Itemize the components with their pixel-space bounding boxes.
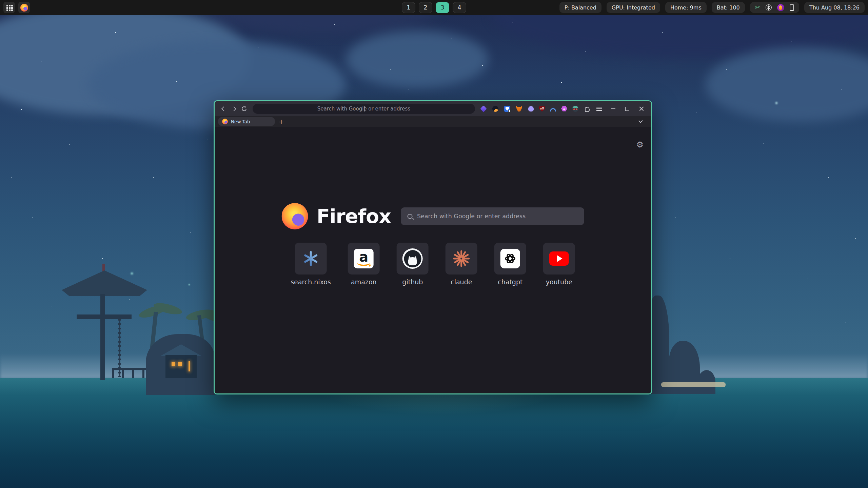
firefox-wordmark: Firefox: [317, 205, 391, 227]
list-all-tabs-button[interactable]: [637, 118, 644, 125]
hamburger-menu-icon[interactable]: [595, 105, 603, 113]
youtube-icon: [543, 243, 575, 274]
system-tray: ✂: [750, 2, 799, 13]
top-bar: 1 2 3 4 P: Balanced GPU: Integrated Home…: [0, 0, 868, 15]
tab-new-tab[interactable]: New Tab: [218, 117, 275, 126]
workspace-1[interactable]: 1: [402, 2, 415, 13]
chevron-down-icon: [638, 119, 643, 123]
close-button[interactable]: [637, 105, 646, 113]
ublock-origin-icon[interactable]: uO: [539, 106, 545, 112]
openai-icon: [494, 243, 526, 274]
amazon-letter: a: [359, 252, 368, 262]
shortcut-github[interactable]: github: [397, 243, 429, 286]
wallpaper-watchtower: [77, 314, 132, 319]
firefox-favicon: [222, 119, 228, 124]
purple-diamond-extension-icon[interactable]: [480, 105, 487, 113]
workspace-2[interactable]: 2: [419, 2, 432, 13]
wallpaper-hut: [165, 355, 197, 378]
orange-swoosh-extension-icon[interactable]: [492, 105, 499, 113]
wallpaper-hut-window: [189, 361, 190, 371]
search-icon: [408, 214, 413, 219]
close-icon: [639, 106, 644, 111]
maximize-button[interactable]: [623, 105, 631, 113]
spy-extension-icon[interactable]: [572, 105, 579, 113]
workspace-4[interactable]: 4: [453, 2, 466, 13]
maximize-icon: [625, 107, 629, 111]
window-controls: [609, 105, 646, 113]
reload-button[interactable]: [239, 104, 249, 114]
ghostery-icon[interactable]: [527, 105, 535, 113]
back-button[interactable]: [219, 104, 229, 114]
firefox-logo: [281, 203, 308, 229]
scissors-icon[interactable]: ✂: [755, 4, 760, 11]
github-icon: [397, 243, 429, 274]
battery-pill[interactable]: Bat: 100: [712, 2, 745, 13]
phone-icon[interactable]: [790, 4, 794, 11]
new-tab-button[interactable]: +: [278, 118, 284, 125]
tab-bar: New Tab +: [215, 116, 651, 127]
wallpaper-island-cliff: [698, 370, 715, 394]
amazon-smile: [357, 261, 370, 266]
shortcut-label: youtube: [546, 278, 572, 286]
shortcut-youtube[interactable]: youtube: [543, 243, 575, 286]
shortcut-chatgpt[interactable]: chatgpt: [494, 243, 526, 286]
wallpaper-beach: [661, 382, 726, 387]
firefox-launcher-button[interactable]: [18, 2, 30, 13]
shortcut-label: search.nixos: [291, 278, 331, 286]
tab-label: New Tab: [231, 119, 250, 124]
extension-toolbar: uO *: [480, 105, 603, 113]
text-caret: [364, 106, 364, 111]
app-launcher-button[interactable]: [3, 2, 15, 13]
firefox-icon: [20, 4, 28, 12]
app-grid-icon: [6, 5, 8, 6]
latency-pill[interactable]: Home: 9ms: [665, 2, 707, 13]
wallpaper-watchtower: [100, 294, 105, 380]
workspace-3[interactable]: 3: [436, 2, 449, 13]
reload-icon: [241, 106, 247, 112]
nordvpn-icon[interactable]: [549, 105, 557, 113]
minimize-button[interactable]: [609, 105, 617, 113]
purple-hexagon-extension-icon[interactable]: *: [561, 106, 567, 111]
url-bar[interactable]: Search with Google or enter address: [253, 104, 475, 114]
bitwarden-icon[interactable]: [504, 105, 511, 113]
bluetooth-icon[interactable]: [766, 4, 772, 11]
firefox-window: Search with Google or enter address uO *: [214, 100, 652, 394]
power-profile-pill[interactable]: P: Balanced: [559, 2, 601, 13]
newtab-search-input[interactable]: Search with Google or enter address: [401, 207, 584, 225]
minimize-icon: [611, 108, 615, 109]
back-icon: [221, 106, 226, 111]
shortcut-amazon[interactable]: a amazon: [348, 243, 380, 286]
browser-toolbar: Search with Google or enter address uO *: [215, 101, 651, 116]
wallpaper-cloud: [346, 30, 488, 88]
shortcut-label: amazon: [351, 278, 376, 286]
shortcut-label: chatgpt: [498, 278, 522, 286]
amazon-icon: a: [348, 243, 380, 274]
workspace-switcher: 1 2 3 4: [402, 0, 466, 15]
metamask-icon[interactable]: [515, 105, 523, 113]
forward-button[interactable]: [229, 104, 239, 114]
newtab-search-placeholder: Search with Google or enter address: [417, 213, 526, 220]
claude-starburst-icon: [446, 243, 477, 274]
extensions-puzzle-icon[interactable]: [584, 105, 591, 113]
new-tab-page: ⚙ Firefox Search with Google or enter ad…: [215, 127, 651, 393]
clock[interactable]: Thu Aug 08, 18:26: [804, 2, 865, 13]
newtab-hero: Firefox Search with Google or enter addr…: [281, 203, 584, 229]
wallpaper-hut-window: [178, 362, 182, 366]
bar-status-area: P: Balanced GPU: Integrated Home: 9ms Ba…: [559, 2, 865, 13]
shortcut-search-nixos[interactable]: search.nixos: [291, 243, 331, 286]
forward-icon: [232, 106, 236, 111]
personalize-gear-button[interactable]: ⚙: [636, 140, 644, 149]
bar-left: [3, 2, 30, 13]
flame-icon[interactable]: [777, 4, 784, 11]
shortcut-label: github: [402, 278, 423, 286]
wallpaper-hut-window: [172, 362, 175, 366]
nixos-snowflake-icon: [295, 243, 327, 274]
shortcut-label: claude: [451, 278, 472, 286]
shortcut-grid: search.nixos a amazon github: [291, 243, 575, 286]
gpu-pill[interactable]: GPU: Integrated: [607, 2, 660, 13]
shortcut-claude[interactable]: claude: [446, 243, 477, 286]
